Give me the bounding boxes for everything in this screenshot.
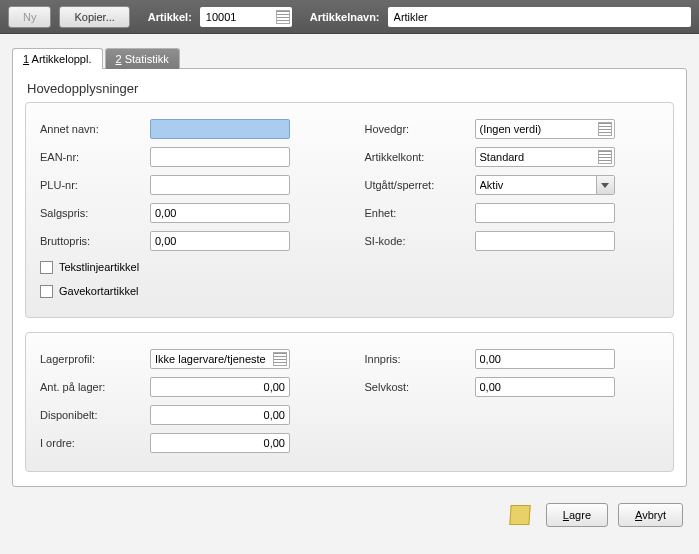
content-area: 1 Artikkeloppl. 2 Statistikk Hovedopplys…: [0, 34, 699, 495]
lookup-icon[interactable]: [273, 352, 287, 366]
lagerprofil-label: Lagerprofil:: [40, 353, 150, 365]
artikkelnavn-label: Artikkelnavn:: [310, 11, 380, 23]
gavekortartikkel-label: Gavekortartikkel: [59, 285, 138, 297]
artikkel-input-wrap: [200, 7, 292, 27]
sikode-label: SI-kode:: [365, 235, 475, 247]
utgatt-label: Utgått/sperret:: [365, 179, 475, 191]
enhet-input[interactable]: [475, 203, 615, 223]
salgspris-label: Salgspris:: [40, 207, 150, 219]
header-bar: Ny Kopier... Artikkel: Artikkelnavn:: [0, 0, 699, 34]
hovedgr-input[interactable]: [475, 119, 615, 139]
artikkelkont-label: Artikkelkont:: [365, 151, 475, 163]
cancel-button[interactable]: Avbryt: [618, 503, 683, 527]
lagerprofil-input[interactable]: [150, 349, 290, 369]
annet-navn-input[interactable]: [150, 119, 290, 139]
selvkost-label: Selvkost:: [365, 381, 475, 393]
tab-artikkeloppl[interactable]: 1 Artikkeloppl.: [12, 48, 103, 69]
salgspris-input[interactable]: [150, 203, 290, 223]
artikkel-input[interactable]: [204, 8, 274, 26]
annet-navn-label: Annet navn:: [40, 123, 150, 135]
ean-label: EAN-nr:: [40, 151, 150, 163]
artikkelkont-input[interactable]: [475, 147, 615, 167]
footer: Lagre Avbryt: [0, 495, 699, 535]
selvkost-input[interactable]: [475, 377, 615, 397]
tab-row: 1 Artikkeloppl. 2 Statistikk: [12, 48, 687, 69]
copy-button[interactable]: Kopier...: [59, 6, 129, 28]
utgatt-select[interactable]: [475, 175, 615, 195]
gavekortartikkel-checkbox[interactable]: [40, 285, 53, 298]
artikkelnavn-input-wrap: [388, 7, 691, 27]
antlager-input[interactable]: [150, 377, 290, 397]
plu-input[interactable]: [150, 175, 290, 195]
disponibelt-label: Disponibelt:: [40, 409, 150, 421]
artikkel-label: Artikkel:: [148, 11, 192, 23]
sikode-input[interactable]: [475, 231, 615, 251]
innpris-input[interactable]: [475, 349, 615, 369]
artikkelnavn-input[interactable]: [392, 8, 689, 26]
chevron-down-icon[interactable]: [596, 176, 614, 194]
bruttopris-label: Bruttopris:: [40, 235, 150, 247]
plu-label: PLU-nr:: [40, 179, 150, 191]
tab-statistikk[interactable]: 2 Statistikk: [105, 48, 180, 69]
hovedgr-label: Hovedgr:: [365, 123, 475, 135]
enhet-label: Enhet:: [365, 207, 475, 219]
antlager-label: Ant. på lager:: [40, 381, 150, 393]
iordre-input[interactable]: [150, 433, 290, 453]
lookup-icon[interactable]: [598, 150, 612, 164]
ean-input[interactable]: [150, 147, 290, 167]
section-lager: Lagerprofil: Ant. på lager: Disponibelt:: [25, 332, 674, 472]
lookup-icon[interactable]: [598, 122, 612, 136]
main-panel: Hovedopplysninger Annet navn: EAN-nr: PL…: [12, 68, 687, 487]
iordre-label: I ordre:: [40, 437, 150, 449]
note-icon[interactable]: [509, 505, 530, 525]
save-button[interactable]: Lagre: [546, 503, 608, 527]
disponibelt-input[interactable]: [150, 405, 290, 425]
bruttopris-input[interactable]: [150, 231, 290, 251]
section-title-hovedopplysninger: Hovedopplysninger: [27, 81, 674, 96]
tekstlinjeartikkel-checkbox[interactable]: [40, 261, 53, 274]
tekstlinjeartikkel-label: Tekstlinjeartikkel: [59, 261, 139, 273]
innpris-label: Innpris:: [365, 353, 475, 365]
new-button[interactable]: Ny: [8, 6, 51, 28]
lookup-icon[interactable]: [276, 10, 290, 24]
section-hovedopplysninger: Annet navn: EAN-nr: PLU-nr: Salgspris:: [25, 102, 674, 318]
